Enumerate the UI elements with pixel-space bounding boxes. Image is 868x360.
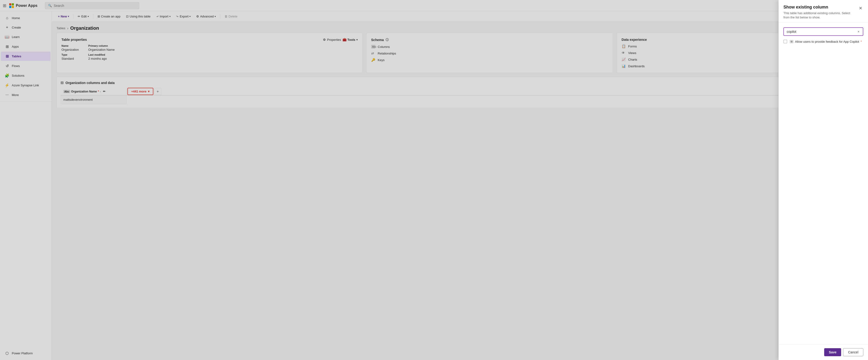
panel-checkbox-row: ⊕ Allow users to provide feedback for Ap… — [783, 39, 863, 44]
show-existing-column-panel: Show existing column This table has addi… — [778, 0, 868, 360]
panel-subtitle: This table has additional existing colum… — [783, 11, 854, 20]
panel-search-clear-button[interactable]: × — [857, 30, 860, 33]
panel-title: Show existing column — [783, 5, 854, 10]
panel-title-block: Show existing column This table has addi… — [783, 5, 854, 20]
panel-search-wrapper: × — [783, 27, 863, 36]
tag-icon: ⊕ — [789, 40, 794, 44]
save-button[interactable]: Save — [824, 348, 841, 356]
required-star: * — [861, 40, 862, 44]
panel-close-button[interactable]: ✕ — [858, 5, 863, 12]
panel-footer: Save Cancel — [779, 344, 868, 360]
clear-icon: × — [858, 30, 860, 33]
panel-search-input[interactable] — [787, 30, 855, 33]
copilot-feedback-checkbox[interactable] — [783, 39, 787, 44]
panel-overlay[interactable] — [0, 0, 868, 360]
copilot-feedback-label: ⊕ Allow users to provide feedback for Ap… — [789, 40, 862, 44]
panel-body: × ⊕ Allow users to provide feedback for … — [779, 23, 868, 344]
cancel-button[interactable]: Cancel — [843, 348, 863, 356]
panel-header: Show existing column This table has addi… — [779, 0, 868, 23]
